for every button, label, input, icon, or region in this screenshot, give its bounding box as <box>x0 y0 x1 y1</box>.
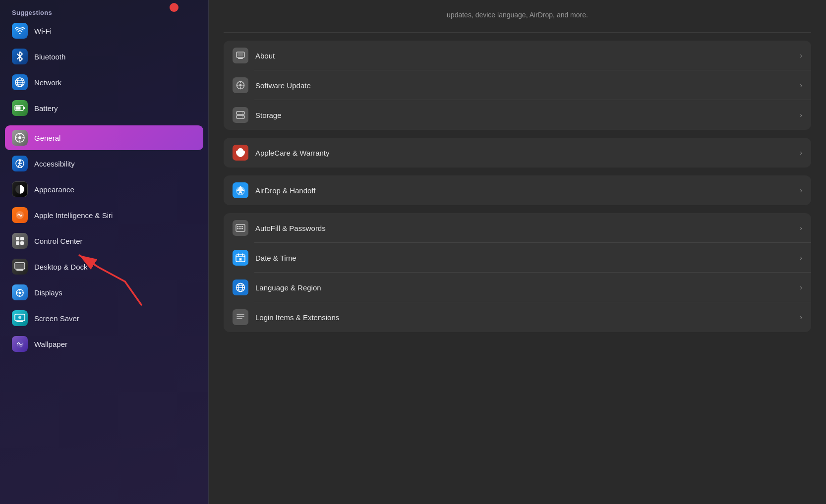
svg-line-18 <box>18 166 19 168</box>
sidebar-scroll[interactable]: Suggestions Wi-Fi Bluetooth <box>0 5 208 504</box>
sidebar-item-displays-label: Displays <box>34 288 62 297</box>
svg-rect-25 <box>20 241 24 245</box>
sidebar-item-accessibility[interactable]: Accessibility <box>5 151 203 176</box>
top-description: updates, device language, AirDrop, and m… <box>224 0 811 33</box>
sidebar-item-wifi[interactable]: Wi-Fi <box>5 18 203 43</box>
notification-badge <box>170 3 178 12</box>
about-icon <box>233 48 248 63</box>
sidebar-item-desktop[interactable]: Desktop & Dock <box>5 254 203 279</box>
svg-rect-57 <box>241 228 243 229</box>
storage-icon <box>233 107 248 123</box>
about-chevron: › <box>800 52 802 59</box>
settings-group-4: AutoFill & Passwords › ▣ Date & Time › <box>224 213 811 332</box>
control-icon <box>12 233 28 249</box>
sidebar-item-screensaver-label: Screen Saver <box>34 314 79 323</box>
sidebar-item-wifi-label: Wi-Fi <box>34 27 52 35</box>
settings-row-login[interactable]: Login Items & Extensions › <box>224 302 811 332</box>
airdrop-icon <box>233 182 248 198</box>
settings-row-about[interactable]: About › <box>224 41 811 70</box>
svg-point-9 <box>18 136 21 139</box>
svg-rect-56 <box>239 228 241 229</box>
sidebar-item-appearance-label: Appearance <box>34 185 74 194</box>
svg-rect-23 <box>20 237 24 240</box>
svg-rect-7 <box>23 107 25 109</box>
sidebar: Suggestions Wi-Fi Bluetooth <box>0 0 208 504</box>
svg-rect-52 <box>237 226 238 227</box>
settings-row-software-update[interactable]: Software Update › <box>224 70 811 100</box>
login-label: Login Items & Extensions <box>255 313 793 322</box>
wifi-icon <box>12 23 28 39</box>
svg-point-30 <box>19 292 21 294</box>
datetime-label: Date & Time <box>255 254 793 262</box>
siri-icon <box>12 207 28 223</box>
autofill-label: AutoFill & Passwords <box>255 224 793 232</box>
settings-row-datetime[interactable]: ▣ Date & Time › <box>224 243 811 273</box>
applecare-chevron: › <box>800 149 802 157</box>
screensaver-icon <box>12 310 28 326</box>
main-content[interactable]: updates, device language, AirDrop, and m… <box>209 0 826 504</box>
sidebar-item-displays[interactable]: Displays <box>5 280 203 305</box>
sidebar-item-desktop-label: Desktop & Dock <box>34 263 88 271</box>
network-icon <box>12 74 28 90</box>
sidebar-item-battery-label: Battery <box>34 104 58 112</box>
svg-text:▣: ▣ <box>239 258 242 261</box>
svg-point-49 <box>242 116 243 117</box>
settings-group-3: AirDrop & Handoff › <box>224 175 811 205</box>
sidebar-item-network-label: Network <box>34 78 61 87</box>
settings-group-2: AppleCare & Warranty › <box>224 138 811 168</box>
wallpaper-icon <box>12 336 28 352</box>
settings-row-autofill[interactable]: AutoFill & Passwords › <box>224 213 811 243</box>
battery-icon <box>12 100 28 116</box>
desktop-icon <box>12 259 28 275</box>
appearance-icon <box>12 181 28 197</box>
sidebar-item-screensaver[interactable]: Screen Saver <box>5 306 203 331</box>
sidebar-item-battery[interactable]: Battery <box>5 96 203 120</box>
svg-rect-39 <box>237 53 243 56</box>
sidebar-item-accessibility-label: Accessibility <box>34 160 75 168</box>
datetime-chevron: › <box>800 254 802 262</box>
autofill-icon <box>233 220 248 236</box>
sidebar-item-bluetooth-label: Bluetooth <box>34 53 65 61</box>
sidebar-item-siri[interactable]: Apple Intelligence & Siri <box>5 203 203 227</box>
svg-point-33 <box>18 316 21 319</box>
software-update-icon <box>233 77 248 93</box>
bluetooth-icon <box>12 49 28 64</box>
sidebar-item-siri-label: Apple Intelligence & Siri <box>34 211 113 220</box>
svg-point-41 <box>239 84 242 87</box>
login-icon <box>233 309 248 325</box>
settings-row-applecare[interactable]: AppleCare & Warranty › <box>224 138 811 168</box>
settings-row-storage[interactable]: Storage › <box>224 100 811 130</box>
sidebar-item-appearance[interactable]: Appearance <box>5 177 203 202</box>
storage-chevron: › <box>800 111 802 119</box>
svg-line-19 <box>21 166 22 168</box>
settings-row-airdrop[interactable]: AirDrop & Handoff › <box>224 175 811 205</box>
svg-rect-38 <box>238 58 243 59</box>
settings-row-language[interactable]: Language & Region › <box>224 273 811 302</box>
svg-rect-28 <box>16 264 24 269</box>
sidebar-item-general-label: General <box>34 134 60 142</box>
accessibility-icon <box>12 156 28 171</box>
sidebar-item-bluetooth[interactable]: Bluetooth <box>5 44 203 69</box>
autofill-chevron: › <box>800 224 802 232</box>
airdrop-label: AirDrop & Handoff <box>255 186 793 195</box>
displays-icon <box>12 284 28 300</box>
svg-rect-53 <box>239 226 241 227</box>
svg-rect-54 <box>241 226 243 227</box>
sidebar-item-general[interactable]: General <box>5 125 203 150</box>
svg-rect-22 <box>16 237 19 240</box>
sidebar-item-network[interactable]: Network <box>5 70 203 95</box>
sidebar-item-wallpaper-label: Wallpaper <box>34 340 67 348</box>
software-update-label: Software Update <box>255 81 793 90</box>
airdrop-chevron: › <box>800 186 802 194</box>
svg-point-48 <box>242 112 243 113</box>
sidebar-item-control[interactable]: Control Center <box>5 228 203 253</box>
svg-rect-24 <box>16 241 19 245</box>
sidebar-item-wallpaper[interactable]: Wallpaper <box>5 332 203 356</box>
about-label: About <box>255 52 793 60</box>
software-update-chevron: › <box>800 81 802 89</box>
general-icon <box>12 130 28 146</box>
language-chevron: › <box>800 283 802 291</box>
svg-rect-55 <box>237 228 238 229</box>
svg-rect-32 <box>16 321 23 322</box>
language-icon <box>233 280 248 295</box>
